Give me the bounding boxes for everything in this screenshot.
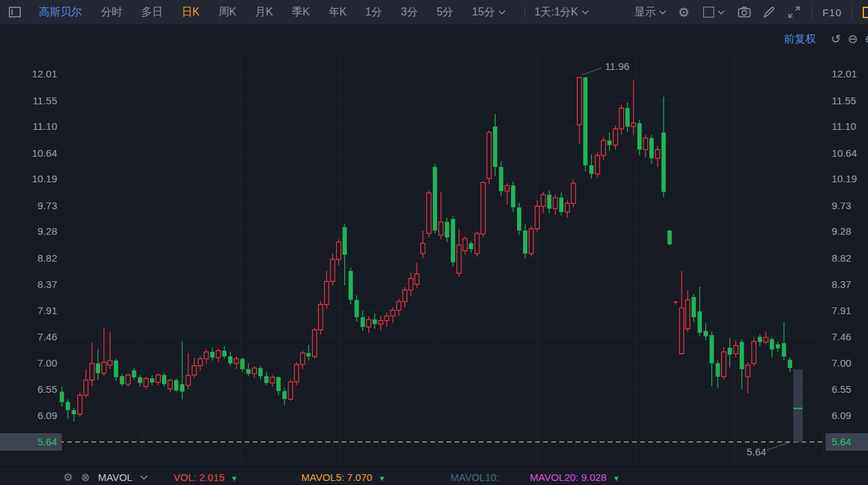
candle-up[interactable]	[529, 229, 533, 254]
candle-up[interactable]	[505, 186, 509, 192]
candle-down[interactable]	[258, 368, 262, 376]
candle-down[interactable]	[150, 379, 154, 383]
candle-down[interactable]	[228, 357, 232, 363]
candle-up[interactable]	[421, 244, 425, 254]
candle-up[interactable]	[409, 278, 413, 290]
candle-down[interactable]	[715, 363, 719, 377]
candle-down[interactable]	[523, 231, 527, 254]
candle-down[interactable]	[740, 342, 744, 369]
indicator-settings-gear-icon[interactable]: ⚙	[63, 471, 73, 484]
tab-3min[interactable]: 3分	[401, 5, 418, 20]
tab-5min[interactable]: 5分	[436, 5, 453, 20]
candle-down[interactable]	[517, 207, 521, 230]
candle-up[interactable]	[252, 368, 256, 374]
candle-up[interactable]	[463, 239, 467, 251]
chevron-down-icon[interactable]	[140, 475, 148, 480]
candle-down[interactable]	[788, 360, 792, 368]
candle-up[interactable]	[734, 346, 738, 354]
candle-down[interactable]	[132, 371, 136, 377]
candle-down[interactable]	[96, 363, 100, 373]
candle-up[interactable]	[78, 395, 82, 414]
candle-up[interactable]	[631, 123, 635, 126]
tab-duori[interactable]: 多日	[141, 5, 163, 20]
candle-up[interactable]	[578, 77, 582, 124]
price-adjust-mode[interactable]: 前复权	[784, 32, 816, 46]
undo-icon[interactable]: ↺	[831, 32, 841, 46]
candle-up[interactable]	[613, 129, 617, 145]
candle-up[interactable]	[403, 290, 407, 301]
candle-up[interactable]	[571, 183, 576, 203]
candle-down[interactable]	[282, 391, 286, 399]
candle-down[interactable]	[360, 318, 364, 328]
candle-up[interactable]	[198, 359, 202, 365]
candle-down[interactable]	[210, 352, 214, 358]
candle-down[interactable]	[499, 167, 503, 191]
tab-monthly-k[interactable]: 月K	[255, 5, 273, 20]
tab-yearly-k[interactable]: 年K	[329, 5, 347, 20]
candle-down[interactable]	[72, 410, 76, 414]
candle-down[interactable]	[180, 384, 184, 391]
candle-down[interactable]	[451, 219, 455, 262]
candle-down[interactable]	[372, 320, 377, 324]
candle-down[interactable]	[709, 335, 713, 363]
candle-up[interactable]	[301, 353, 305, 365]
candle-down[interactable]	[246, 369, 250, 374]
candle-up[interactable]	[126, 375, 130, 384]
candle-up[interactable]	[204, 352, 208, 359]
candle-up[interactable]	[619, 108, 623, 129]
candle-up[interactable]	[156, 375, 160, 382]
candle-up[interactable]	[457, 245, 461, 273]
candle-down[interactable]	[692, 297, 696, 317]
candle-down[interactable]	[174, 380, 178, 390]
candle-down[interactable]	[120, 376, 124, 384]
zoom-in-icon[interactable]: ⊕	[865, 32, 868, 46]
candle-up[interactable]	[541, 194, 545, 206]
candle-up[interactable]	[337, 242, 341, 260]
window-panel-icon[interactable]	[8, 5, 22, 19]
candle-down[interactable]	[114, 361, 118, 377]
candle-down[interactable]	[307, 353, 311, 357]
multi-period-dropdown[interactable]: 1天:1分K	[535, 5, 589, 20]
tab-fenshi[interactable]: 分时	[101, 5, 122, 20]
candle-up[interactable]	[84, 380, 88, 395]
candle-down[interactable]	[776, 344, 780, 348]
candle-down[interactable]	[547, 194, 551, 209]
candle-up[interactable]	[313, 330, 317, 357]
candle-down[interactable]	[469, 244, 473, 250]
candle-halt-gray[interactable]	[793, 369, 803, 442]
candle-up[interactable]	[366, 320, 370, 327]
candle-up[interactable]	[746, 365, 750, 377]
candle-up[interactable]	[192, 366, 196, 375]
candle-down[interactable]	[66, 402, 70, 410]
f10-button[interactable]: F10	[822, 7, 842, 18]
candle-up[interactable]	[481, 182, 485, 233]
candle-down[interactable]	[770, 339, 774, 349]
candle-up[interactable]	[234, 359, 238, 363]
candle-up[interactable]	[216, 350, 221, 357]
candle-down[interactable]	[583, 77, 587, 165]
candle-down[interactable]	[662, 133, 666, 192]
candle-up[interactable]	[680, 308, 684, 354]
candle-up[interactable]	[102, 362, 106, 373]
candle-up[interactable]	[168, 380, 172, 389]
camera-icon[interactable]	[737, 5, 752, 20]
candle-down[interactable]	[589, 165, 593, 174]
candle-down[interactable]	[348, 271, 352, 300]
candle-up[interactable]	[487, 133, 491, 179]
candle-down[interactable]	[607, 141, 611, 145]
candlestick-chart[interactable]	[0, 24, 868, 469]
candle-down[interactable]	[727, 348, 732, 355]
candle-down[interactable]	[60, 391, 64, 402]
candle-up[interactable]	[535, 207, 539, 229]
candle-up[interactable]	[331, 260, 335, 282]
candle-up[interactable]	[439, 222, 443, 235]
candle-down[interactable]	[668, 231, 672, 245]
candle-down[interactable]	[782, 343, 786, 357]
candle-up[interactable]	[325, 281, 329, 304]
candle-down[interactable]	[698, 311, 702, 333]
candle-down[interactable]	[758, 337, 762, 342]
candle-up[interactable]	[108, 361, 112, 365]
candle-down[interactable]	[222, 350, 226, 357]
candle-down[interactable]	[276, 377, 280, 391]
candle-up[interactable]	[721, 352, 725, 377]
